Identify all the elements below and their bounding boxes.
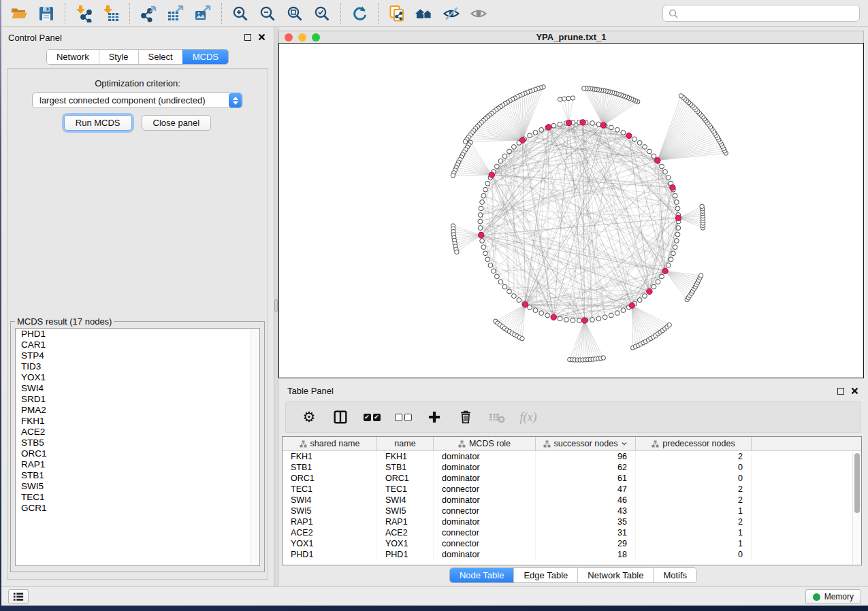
cell-mcds_role[interactable]: connector	[434, 527, 536, 538]
mcds-result-item[interactable]: RAP1	[16, 459, 259, 470]
table-row-swi4[interactable]: SWI4SWI4dominator462	[283, 495, 861, 506]
cell-predecessor_nodes[interactable]: 2	[636, 516, 752, 527]
show-columns-button[interactable]	[328, 405, 353, 429]
delete-rows-button[interactable]	[453, 405, 478, 429]
splitter-handle-icon[interactable]	[274, 299, 278, 312]
cell-shared_name[interactable]: FKH1	[283, 451, 377, 462]
column-header-mcds-role[interactable]: MCDS role	[434, 437, 536, 450]
cell-name[interactable]: RAP1	[377, 516, 434, 527]
cell-mcds_role[interactable]: dominator	[434, 451, 536, 462]
cell-shared_name[interactable]: PHD1	[283, 549, 377, 560]
mcds-result-item[interactable]: TID3	[16, 361, 259, 372]
mcds-result-item[interactable]: CAR1	[16, 340, 259, 350]
cell-name[interactable]: SWI4	[377, 495, 434, 506]
tab-select[interactable]: Select	[138, 50, 182, 64]
cell-shared_name[interactable]: TEC1	[283, 484, 377, 495]
import-table-button[interactable]	[97, 3, 125, 24]
mcds-result-item[interactable]: PHD1	[16, 329, 259, 340]
close-panel-icon[interactable]	[258, 33, 266, 41]
cell-predecessor_nodes[interactable]: 2	[636, 451, 752, 462]
table-tab-node-table[interactable]: Node Table	[450, 568, 514, 582]
run-mcds-button[interactable]: Run MCDS	[64, 115, 132, 131]
cell-predecessor_nodes[interactable]: 0	[636, 473, 752, 484]
cell-successor_nodes[interactable]: 62	[536, 462, 636, 473]
table-tab-motifs[interactable]: Motifs	[653, 568, 696, 582]
mcds-result-item[interactable]: STB1	[16, 470, 259, 481]
export-network-button[interactable]	[135, 3, 162, 24]
memory-button[interactable]: Memory	[805, 589, 861, 604]
table-row-stb1[interactable]: STB1STB1dominator620	[283, 462, 861, 473]
cell-shared_name[interactable]: RAP1	[283, 516, 377, 527]
cell-name[interactable]: PHD1	[377, 549, 434, 560]
cell-shared_name[interactable]: ORC1	[283, 473, 377, 484]
cell-successor_nodes[interactable]: 96	[536, 451, 636, 462]
cell-mcds_role[interactable]: dominator	[434, 516, 536, 527]
select-all-rows-button[interactable]: ✔✔	[359, 405, 384, 429]
export-image-button[interactable]	[189, 3, 216, 24]
mcds-result-item[interactable]: TEC1	[16, 492, 259, 503]
close-panel-button[interactable]: Close panel	[142, 115, 212, 131]
cell-shared_name[interactable]: STB1	[283, 462, 377, 473]
table-scrollbar[interactable]	[852, 452, 861, 565]
tab-style[interactable]: Style	[99, 50, 138, 64]
cell-name[interactable]: FKH1	[377, 451, 434, 462]
duplicate-network-button[interactable]	[383, 3, 411, 24]
cell-mcds_role[interactable]: dominator	[434, 462, 536, 473]
cell-mcds_role[interactable]: connector	[434, 506, 536, 516]
cell-name[interactable]: SWI5	[377, 506, 434, 516]
first-neighbors-button[interactable]	[411, 3, 438, 24]
float-table-panel-icon[interactable]	[837, 388, 844, 395]
cell-mcds_role[interactable]: connector	[434, 538, 536, 549]
cell-name[interactable]: ACE2	[377, 527, 434, 538]
open-file-button[interactable]	[5, 3, 33, 24]
mcds-result-item[interactable]: ORC1	[16, 448, 259, 459]
cell-successor_nodes[interactable]: 46	[536, 495, 636, 506]
cell-predecessor_nodes[interactable]: 1	[636, 527, 752, 538]
apply-function-button[interactable]: f(x)	[516, 405, 541, 429]
column-header-name[interactable]: name	[377, 437, 434, 450]
refresh-layout-button[interactable]	[346, 3, 373, 24]
cell-predecessor_nodes[interactable]: 0	[636, 462, 752, 473]
table-row-yox1[interactable]: YOX1YOX1connector291	[283, 538, 861, 549]
table-row-fkh1[interactable]: FKH1FKH1dominator962	[283, 451, 861, 462]
mcds-result-item[interactable]: PMA2	[16, 405, 259, 416]
column-header-predecessor-nodes[interactable]: predecessor nodes	[636, 437, 752, 450]
cell-predecessor_nodes[interactable]: 1	[636, 506, 752, 516]
panel-splitter[interactable]	[274, 27, 278, 587]
mcds-result-item[interactable]: SWI4	[16, 383, 259, 394]
show-panels-list-button[interactable]	[8, 589, 29, 604]
cell-name[interactable]: STB1	[377, 462, 434, 473]
mcds-result-item[interactable]: SRD1	[16, 394, 259, 405]
table-row-tec1[interactable]: TEC1TEC1connector472	[283, 484, 861, 495]
cell-shared_name[interactable]: SWI5	[283, 506, 377, 516]
delete-table-button[interactable]	[485, 405, 509, 429]
add-row-button[interactable]	[422, 405, 447, 429]
cell-predecessor_nodes[interactable]: 0	[636, 549, 752, 560]
cell-mcds_role[interactable]: connector	[434, 484, 536, 495]
network-view-canvas[interactable]	[278, 43, 864, 378]
zoom-fit-button[interactable]	[281, 3, 308, 24]
save-session-button[interactable]	[33, 3, 60, 24]
float-panel-icon[interactable]	[244, 34, 251, 41]
cell-name[interactable]: YOX1	[377, 538, 434, 549]
close-table-panel-icon[interactable]	[851, 387, 858, 395]
optimization-criterion-select[interactable]: largest connected component (undirected)	[32, 93, 243, 108]
cell-shared_name[interactable]: YOX1	[283, 538, 377, 549]
show-all-button[interactable]	[465, 3, 492, 24]
cell-successor_nodes[interactable]: 47	[536, 484, 636, 495]
cell-successor_nodes[interactable]: 29	[536, 538, 636, 549]
zoom-selected-button[interactable]	[308, 3, 336, 24]
table-row-ace2[interactable]: ACE2ACE2connector311	[283, 527, 861, 538]
cell-successor_nodes[interactable]: 18	[536, 549, 636, 560]
table-tab-network-table[interactable]: Network Table	[577, 568, 653, 582]
table-tab-edge-table[interactable]: Edge Table	[513, 568, 577, 582]
cell-successor_nodes[interactable]: 43	[536, 506, 636, 516]
cell-successor_nodes[interactable]: 31	[536, 527, 636, 538]
export-table-button[interactable]	[162, 3, 189, 24]
tab-mcds[interactable]: MCDS	[182, 50, 228, 64]
hide-selected-button[interactable]	[438, 3, 465, 24]
mcds-result-item[interactable]: ACE2	[16, 427, 259, 437]
column-header-shared-name[interactable]: shared name	[283, 437, 377, 450]
cell-mcds_role[interactable]: dominator	[434, 473, 536, 484]
cell-name[interactable]: TEC1	[377, 484, 434, 495]
